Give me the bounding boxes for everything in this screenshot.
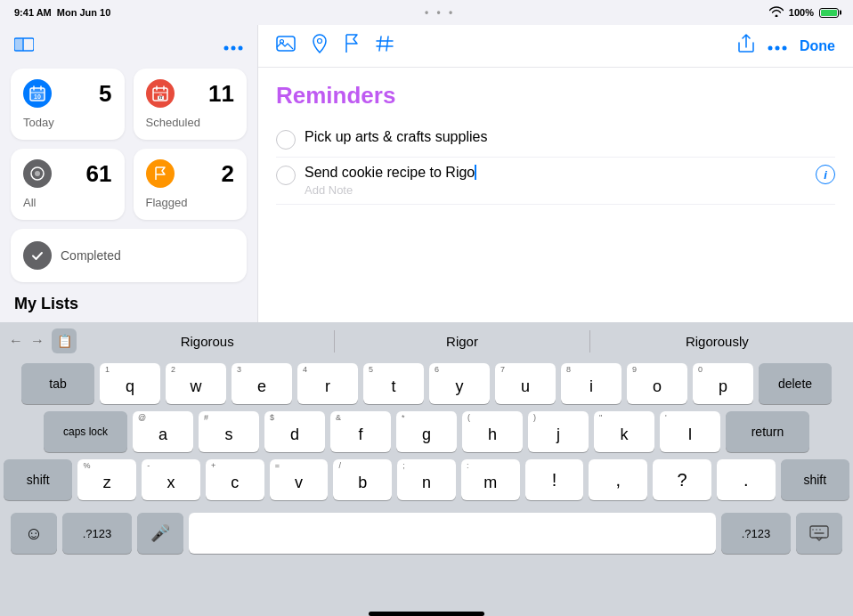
key-g[interactable]: *g [396, 411, 457, 452]
key-b[interactable]: /b [333, 459, 392, 500]
main-content: Done Reminders Pick up arts & crafts sup… [258, 25, 853, 322]
key-z[interactable]: %z [77, 459, 136, 500]
reminder-circle-2[interactable] [276, 166, 296, 185]
key-i[interactable]: 8i [561, 363, 621, 404]
key-period[interactable]: . [717, 459, 776, 500]
smart-list-completed[interactable]: Completed [11, 229, 247, 282]
info-icon[interactable]: i [816, 165, 835, 184]
smart-list-all[interactable]: 61 All [11, 149, 125, 220]
shift-right-key[interactable]: shift [781, 459, 849, 500]
numbers-key-left[interactable]: .?123 [62, 513, 132, 554]
add-note-label[interactable]: Add Note [305, 183, 807, 197]
key-q[interactable]: 1q [100, 363, 160, 404]
delete-key[interactable]: delete [759, 363, 832, 404]
toolbar-right: Done [737, 34, 835, 58]
toolbar: Done [258, 25, 853, 68]
smart-list-today[interactable]: 10 5 Today [11, 69, 125, 140]
mic-key[interactable]: 🎤 [137, 513, 183, 554]
key-l[interactable]: 'l [660, 411, 720, 452]
key-e[interactable]: 3e [232, 363, 292, 404]
sidebar-toggle-icon[interactable] [14, 36, 34, 56]
sidebar-more-icon[interactable] [223, 36, 243, 55]
key-m[interactable]: :m [461, 459, 520, 500]
svg-line-22 [379, 36, 381, 51]
svg-text:10: 10 [34, 93, 41, 100]
svg-point-5 [239, 46, 243, 51]
svg-point-27 [776, 45, 780, 50]
key-c[interactable]: +c [206, 459, 264, 500]
key-f[interactable]: &f [330, 411, 391, 452]
today-label: Today [23, 116, 112, 129]
center-dots: • • • [425, 6, 455, 19]
undo-button[interactable]: ← [9, 333, 23, 349]
smart-list-scheduled[interactable]: 📅 11 Scheduled [134, 69, 248, 140]
svg-line-23 [386, 36, 388, 51]
key-question[interactable]: ? [653, 459, 711, 500]
suggestion-0[interactable]: Rigorous [80, 330, 335, 353]
done-button[interactable]: Done [800, 38, 835, 54]
share-icon[interactable] [737, 34, 755, 58]
emoji-key[interactable]: ☺ [11, 513, 57, 554]
key-t[interactable]: 5t [363, 363, 424, 404]
svg-rect-29 [810, 526, 828, 538]
status-bar: 9:41 AM Mon Jun 10 • • • 100% [0, 0, 853, 25]
flag-icon[interactable] [344, 34, 360, 58]
image-icon[interactable] [276, 35, 296, 57]
autocomplete-suggestions: Rigorous Rigor Rigorously [80, 330, 844, 353]
key-d[interactable]: $d [264, 411, 325, 452]
key-u[interactable]: 7u [495, 363, 556, 404]
svg-point-3 [224, 46, 229, 51]
keyboard-container: ← → 📋 Rigorous Rigor Rigorously tab 1q 2… [0, 322, 853, 616]
smart-lists-grid: 10 5 Today [11, 69, 247, 220]
key-k[interactable]: "k [594, 411, 654, 452]
key-s[interactable]: #s [199, 411, 259, 452]
reminder-item-2[interactable]: Send cookie recipe to Rigo Add Note i [276, 158, 835, 205]
svg-rect-0 [14, 38, 22, 51]
suggestion-2[interactable]: Rigorously [590, 330, 844, 353]
all-count: 61 [86, 160, 112, 188]
space-key[interactable] [189, 513, 716, 554]
suggestion-1[interactable]: Rigor [335, 330, 589, 353]
status-bar-right: 100% [769, 6, 839, 20]
key-v[interactable]: =v [270, 459, 329, 500]
location-icon[interactable] [312, 34, 328, 58]
reminder-item-1[interactable]: Pick up arts & crafts supplies [276, 122, 835, 158]
shift-left-key[interactable]: shift [4, 459, 72, 500]
svg-text:📅: 📅 [156, 93, 164, 101]
status-bar-left: 9:41 AM Mon Jun 10 [14, 7, 110, 18]
svg-point-26 [768, 45, 773, 50]
caps-lock-key[interactable]: caps lock [44, 411, 127, 452]
reminder-circle-1[interactable] [276, 130, 296, 150]
key-row-bottom: ☺ .?123 🎤 .?123 [4, 507, 849, 557]
keyboard-rows: tab 1q 2w 3e 4r 5t 6y 7u 8i 9o 0p delete… [0, 360, 853, 608]
tab-key[interactable]: tab [21, 363, 94, 404]
more-icon[interactable] [768, 38, 787, 54]
scheduled-count: 11 [208, 80, 234, 108]
key-x[interactable]: -x [142, 459, 200, 500]
key-j[interactable]: )j [528, 411, 589, 452]
numbers-key-right[interactable]: .?123 [721, 513, 791, 554]
sidebar-top-bar [11, 32, 247, 60]
status-date: Mon Jun 10 [57, 7, 111, 18]
reminders-area: Reminders Pick up arts & crafts supplies… [258, 68, 853, 322]
key-row-1: tab 1q 2w 3e 4r 5t 6y 7u 8i 9o 0p delete [4, 363, 849, 404]
key-o[interactable]: 9o [627, 363, 687, 404]
key-y[interactable]: 6y [429, 363, 490, 404]
smart-list-flagged[interactable]: 2 Flagged [134, 149, 248, 220]
all-icon [23, 159, 52, 188]
key-a[interactable]: @a [133, 411, 193, 452]
paste-button[interactable]: 📋 [52, 328, 77, 353]
battery-icon [819, 8, 839, 18]
key-h[interactable]: (h [462, 411, 523, 452]
return-key[interactable]: return [726, 411, 809, 452]
key-r[interactable]: 4r [297, 363, 358, 404]
hashtag-icon[interactable] [376, 35, 394, 57]
key-p[interactable]: 0p [693, 363, 753, 404]
key-w[interactable]: 2w [166, 363, 226, 404]
keyboard-dismiss-key[interactable] [796, 513, 842, 554]
key-comma[interactable]: , [589, 459, 647, 500]
redo-button[interactable]: → [30, 333, 45, 349]
key-n[interactable]: ;n [397, 459, 456, 500]
key-exclaim[interactable]: ! [525, 459, 584, 500]
reminders-title: Reminders [276, 82, 835, 109]
